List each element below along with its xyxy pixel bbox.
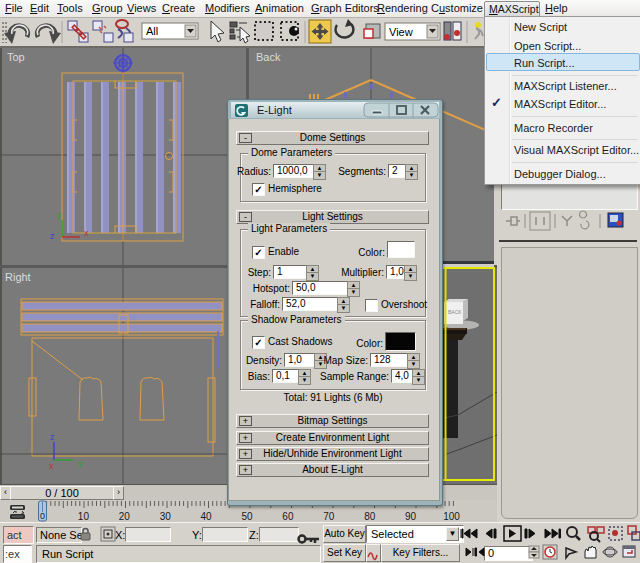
svg-text:BACK: BACK [448,309,462,315]
svg-text:100: 100 [443,511,460,522]
svg-text:All: All [146,25,158,37]
svg-text:0: 0 [40,511,45,521]
svg-text:40: 40 [201,511,213,522]
svg-text:Top: Top [7,51,25,63]
svg-text:Back: Back [256,51,281,63]
svg-text:Right: Right [5,271,31,283]
svg-text:50: 50 [241,511,253,522]
svg-text:y: y [57,210,62,220]
svg-text:70: 70 [323,511,335,522]
svg-text:30: 30 [160,511,172,522]
svg-text:z: z [50,231,55,241]
svg-text:z: z [50,432,55,442]
svg-text:View: View [389,26,413,38]
svg-text:x: x [49,461,54,471]
svg-text:10: 10 [78,511,90,522]
svg-text:20: 20 [119,511,131,522]
svg-text:x: x [84,228,89,238]
svg-text:80: 80 [364,511,376,522]
svg-text:90: 90 [405,511,417,522]
svg-text:y: y [78,458,83,468]
svg-text:60: 60 [282,511,294,522]
